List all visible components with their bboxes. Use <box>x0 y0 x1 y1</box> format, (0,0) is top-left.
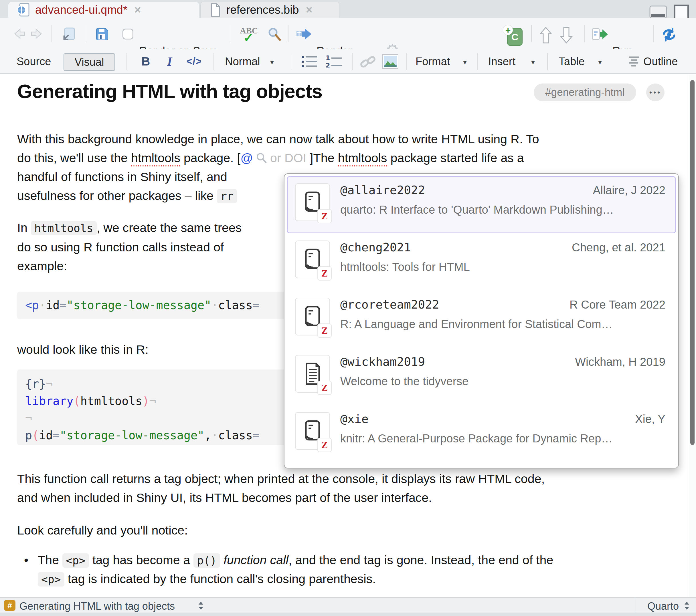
visual-mode-label: Visual <box>75 56 104 68</box>
paragraph-line: usefulness for other packages – like rr <box>17 189 237 203</box>
paragraph-line: do this, we'll use the htmltools package… <box>17 151 524 165</box>
main-toolbar: Render on Save ABC ✓ Render ▾ ⚙ ▾ C + Ru <box>0 18 696 49</box>
next-chunk-icon[interactable] <box>560 26 573 44</box>
mode-selector[interactable]: Quarto <box>635 598 696 613</box>
paragraph-line: and when included in Shiny UI, its HTML … <box>17 491 432 505</box>
tab-advanced-ui-qmd[interactable]: advanced-ui.qmd* × <box>8 2 199 18</box>
search-icon[interactable] <box>267 27 282 42</box>
outline-icon <box>629 56 640 67</box>
paragraph-line: This function call returns a tag object;… <box>17 472 545 486</box>
italic-button[interactable]: I <box>167 54 172 69</box>
zotero-badge: Z <box>317 438 332 452</box>
render-icon[interactable] <box>296 28 312 40</box>
reference-icon-box: Z <box>295 298 330 336</box>
citation-author: Cheng, et al. 2021 <box>572 241 665 254</box>
tab-label: advanced-ui.qmd* <box>35 3 127 16</box>
format-menu[interactable]: Format <box>415 55 450 68</box>
citation-title: quarto: R Interface to 'Quarto' Markdown… <box>340 203 665 216</box>
svg-text:1: 1 <box>326 55 330 62</box>
zotero-badge: Z <box>317 380 332 395</box>
reference-icon-box: Z <box>295 241 330 278</box>
editor-status-bar: # Generating HTML with tag objects Quart… <box>0 597 696 613</box>
zotero-badge: Z <box>317 266 332 280</box>
tab-label: references.bib <box>226 3 299 16</box>
paragraph-line: do so using R function calls instead of <box>17 240 224 254</box>
close-icon[interactable]: × <box>306 3 312 16</box>
source-sync-icon[interactable] <box>661 28 677 42</box>
visual-editor-canvas[interactable]: Generating HTML with tag objects #genera… <box>0 74 696 597</box>
section-anchor-badge: #generating-html <box>534 83 636 101</box>
section-updown-icon[interactable] <box>198 601 204 610</box>
previous-chunk-icon[interactable] <box>539 26 552 44</box>
source-mode-button[interactable]: Source <box>17 55 51 68</box>
citation-item-allaire2022[interactable]: Z @allaire2022 Allaire, J 2022 quarto: R… <box>287 176 676 233</box>
link-icon[interactable] <box>360 55 376 69</box>
citation-id: @wickham2019 <box>340 355 425 369</box>
citation-item-wickham2019[interactable]: Z @wickham2019 Wickham, H 2019 Welcome t… <box>287 348 676 405</box>
paragraph-line: With this background knowledge in place,… <box>17 132 539 146</box>
section-selector[interactable]: Generating HTML with tag objects <box>19 600 175 612</box>
qmd-file-icon <box>17 3 30 17</box>
window-edge <box>0 613 696 616</box>
scrollbar-thumb[interactable] <box>690 80 695 445</box>
citation-item-rcoreteam2022[interactable]: Z @rcoreteam2022 R Core Team 2022 R: A L… <box>287 291 676 348</box>
render-on-save-checkbox[interactable] <box>123 29 133 39</box>
citation-title: htmltools: Tools for HTML <box>340 261 665 273</box>
insert-caret-icon[interactable]: ▾ <box>531 58 535 67</box>
forward-icon[interactable] <box>30 28 43 39</box>
zotero-badge: Z <box>317 209 332 223</box>
citation-id: @rcoreteam2022 <box>340 298 439 311</box>
bullet-list-icon[interactable] <box>301 55 318 69</box>
citation-title: Welcome to the tidyverse <box>340 375 665 388</box>
block-style-caret-icon[interactable]: ▾ <box>270 58 274 67</box>
section-options-button[interactable]: ••• <box>646 83 665 101</box>
citation-id: @allaire2022 <box>340 183 425 197</box>
popout-window-icon[interactable] <box>61 27 76 41</box>
close-icon[interactable]: × <box>134 3 141 16</box>
paragraph-line: In htmltools, we create the same trees <box>17 221 241 235</box>
mode-label: Quarto <box>647 600 679 612</box>
insert-chunk-icon[interactable]: C + <box>504 26 523 45</box>
citation-item-cheng2021[interactable]: Z @cheng2021 Cheng, et al. 2021 htmltool… <box>287 233 676 291</box>
inline-code: <p> <box>62 553 89 568</box>
reference-icon-box: Z <box>295 412 330 450</box>
format-caret-icon[interactable]: ▾ <box>463 58 467 67</box>
inline-code: htmltools <box>31 221 97 236</box>
inline-code: <p> <box>38 572 64 586</box>
image-icon[interactable] <box>382 54 398 69</box>
paragraph-line: Look carefully and you'll notice: <box>17 523 188 537</box>
italic-text: function call <box>223 553 288 567</box>
zotero-badge: Z <box>317 323 332 338</box>
block-style-select[interactable]: Normal <box>225 55 260 68</box>
back-icon[interactable] <box>13 28 26 39</box>
citation-author: Wickham, H 2019 <box>575 355 665 368</box>
save-icon[interactable] <box>95 27 109 41</box>
bold-button[interactable]: B <box>141 54 150 68</box>
outline-toggle[interactable]: Outline <box>643 55 678 68</box>
spellcheck-icon[interactable]: ABC ✓ <box>240 26 263 43</box>
run-icon[interactable] <box>592 28 608 41</box>
citation-author: Allaire, J 2022 <box>593 184 665 197</box>
visual-mode-button[interactable]: Visual <box>64 53 115 71</box>
paragraph-line: would look like this in R: <box>17 343 148 357</box>
file-icon <box>209 3 221 17</box>
citation-title: knitr: A General-Purpose Package for Dyn… <box>340 432 665 445</box>
numbered-list-icon[interactable]: 1 2 <box>326 55 342 69</box>
paragraph-line: example: <box>17 259 67 273</box>
minimize-window-icon[interactable] <box>649 5 667 19</box>
section-hash-icon: # <box>4 600 15 611</box>
table-caret-icon[interactable]: ▾ <box>598 58 602 67</box>
reference-icon-box: Z <box>295 355 330 393</box>
tab-references-bib[interactable]: references.bib × <box>200 2 339 18</box>
citation-item-xie[interactable]: Z @xie Xie, Y knitr: A General-Purpose P… <box>287 405 676 462</box>
vertical-scrollbar[interactable] <box>689 74 696 597</box>
citation-hint: or DOI <box>270 151 306 165</box>
citation-completion-popup: Z @allaire2022 Allaire, J 2022 quarto: R… <box>284 173 679 468</box>
citation-token: @ <box>240 151 253 165</box>
citation-id: @xie <box>340 412 369 426</box>
insert-menu[interactable]: Insert <box>488 55 516 68</box>
citation-author: Xie, Y <box>635 413 665 425</box>
inline-code: rr <box>217 189 237 203</box>
code-format-button[interactable]: </> <box>187 55 202 67</box>
table-menu[interactable]: Table <box>559 55 585 68</box>
